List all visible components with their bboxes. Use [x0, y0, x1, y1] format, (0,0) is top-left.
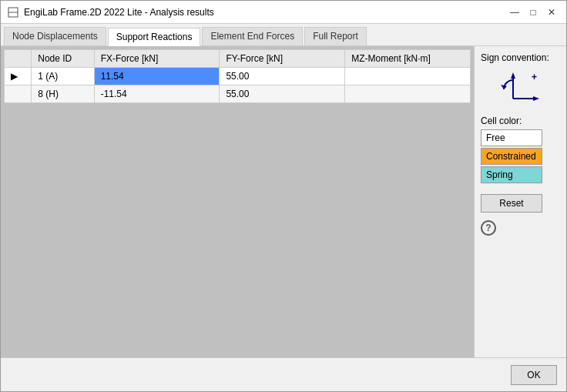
support-reactions-table: Node ID FX-Force [kN] FY-Force [kN] MZ-M…: [4, 49, 471, 103]
color-free-box: Free: [481, 129, 542, 146]
table-panel: Node ID FX-Force [kN] FY-Force [kN] MZ-M…: [1, 46, 474, 357]
right-panel: Sign convention: + Cell color:: [474, 46, 566, 357]
row-mz-1: [345, 68, 471, 85]
table-header-row: Node ID FX-Force [kN] FY-Force [kN] MZ-M…: [5, 50, 471, 68]
main-window: EngiLab Frame.2D 2022 Lite - Analysis re…: [0, 0, 567, 392]
row-fx-1: 11.54: [94, 68, 220, 85]
row-arrow-1: ▶: [5, 68, 32, 85]
svg-marker-3: [511, 72, 515, 79]
reset-button[interactable]: Reset: [481, 194, 542, 213]
col-header-mz: MZ-Moment [kN·m]: [345, 50, 471, 68]
window-title: EngiLab Frame.2D 2022 Lite - Analysis re…: [24, 7, 214, 18]
maximize-button[interactable]: □: [525, 4, 542, 21]
tab-support-reactions[interactable]: Support Reactions: [108, 28, 201, 46]
title-bar-left: EngiLab Frame.2D 2022 Lite - Analysis re…: [7, 6, 214, 18]
sign-convention-icon: +: [498, 68, 544, 106]
row-fy-1: 55.00: [220, 68, 345, 85]
cell-color-label: Cell color:: [481, 116, 522, 126]
tab-full-report[interactable]: Full Report: [304, 27, 367, 45]
close-button[interactable]: ✕: [543, 4, 560, 21]
row-fx-2: -11.54: [94, 85, 220, 103]
window-controls: — □ ✕: [506, 4, 560, 21]
sign-convention-label: Sign convention:: [481, 52, 549, 63]
color-spring-box: Spring: [481, 166, 542, 183]
row-node-id-1: 1 (A): [32, 68, 94, 85]
tab-element-end-forces[interactable]: Element End Forces: [202, 27, 303, 45]
help-icon[interactable]: ?: [481, 220, 496, 236]
main-content: Node ID FX-Force [kN] FY-Force [kN] MZ-M…: [1, 46, 566, 357]
row-fy-2: 55.00: [220, 85, 345, 103]
col-header-node-id: Node ID: [32, 50, 94, 68]
app-icon: [7, 6, 19, 18]
svg-text:+: +: [532, 72, 537, 82]
col-header-fx: FX-Force [kN]: [94, 50, 220, 68]
table-row[interactable]: 8 (H) -11.54 55.00: [5, 85, 471, 103]
title-bar: EngiLab Frame.2D 2022 Lite - Analysis re…: [1, 1, 566, 24]
table-row[interactable]: ▶ 1 (A) 11.54 55.00: [5, 68, 471, 85]
col-header-arrow: [5, 50, 32, 68]
svg-marker-5: [533, 96, 539, 101]
ok-button[interactable]: OK: [511, 365, 557, 385]
minimize-button[interactable]: —: [506, 4, 523, 21]
col-header-fy: FY-Force [kN]: [220, 50, 345, 68]
color-constrained-box: Constrained: [481, 148, 542, 165]
row-node-id-2: 8 (H): [32, 85, 94, 103]
tab-node-displacements[interactable]: Node Displacements: [4, 27, 106, 45]
tab-bar: Node Displacements Support Reactions Ele…: [1, 24, 566, 46]
row-arrow-2: [5, 85, 32, 103]
bottom-bar: OK: [1, 357, 566, 391]
row-mz-2: [345, 85, 471, 103]
